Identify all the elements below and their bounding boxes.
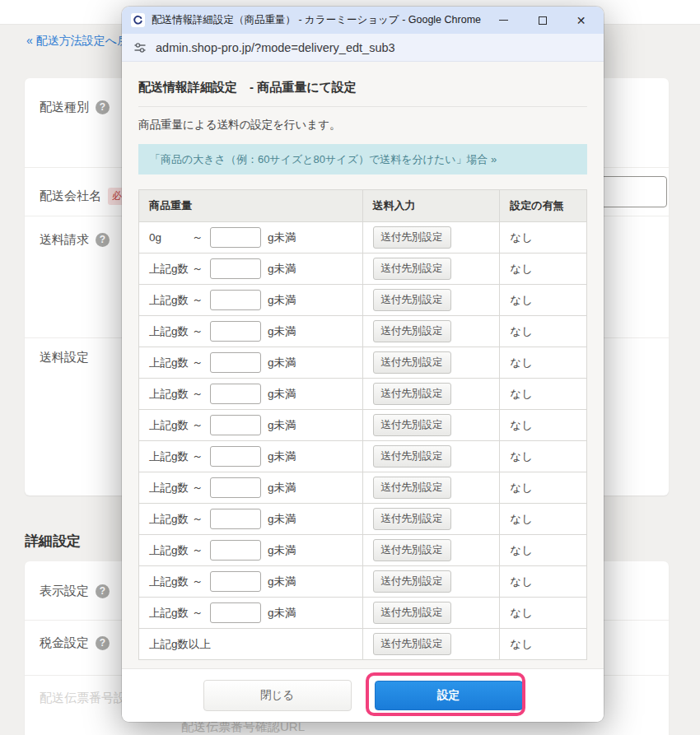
destination-settings-button[interactable]: 送付先別設定 bbox=[373, 320, 451, 342]
minimize-button[interactable] bbox=[484, 7, 523, 34]
destination-settings-button[interactable]: 送付先別設定 bbox=[373, 477, 451, 499]
unit-suffix: g未満 bbox=[268, 606, 296, 621]
unit-suffix: g未満 bbox=[268, 230, 296, 245]
maximize-button[interactable] bbox=[523, 7, 562, 34]
field-label-text: 表示設定 bbox=[40, 584, 89, 599]
field-label-text: 税金設定 bbox=[40, 635, 89, 651]
carrier-name-input[interactable] bbox=[598, 176, 667, 207]
status-text: なし bbox=[510, 231, 533, 244]
unit-suffix: g未満 bbox=[268, 481, 296, 495]
weight-max-input[interactable] bbox=[210, 602, 261, 623]
weight-range-start: 上記g数 bbox=[149, 449, 192, 464]
help-icon[interactable]: ? bbox=[96, 100, 110, 114]
close-window-button[interactable]: ✕ bbox=[562, 7, 600, 34]
destination-settings-button[interactable]: 送付先別設定 bbox=[373, 445, 451, 468]
popup-content: 配送情報詳細設定 - 商品重量にて設定 商品重量による送料の設定を行います。 「… bbox=[122, 62, 604, 722]
weight-max-input[interactable] bbox=[210, 321, 261, 342]
weight-range-inputs: ～ g未満 bbox=[192, 540, 296, 561]
tilde-text: ～ bbox=[192, 481, 210, 495]
help-icon[interactable]: ? bbox=[96, 636, 110, 650]
destination-settings-button[interactable]: 送付先別設定 bbox=[373, 633, 451, 655]
window-title: 配送情報詳細設定（商品重量） - カラーミーショップ - Google Chro… bbox=[152, 13, 484, 27]
status-text: なし bbox=[510, 294, 533, 306]
table-row: 上記g数 ～ g未満 送付先別設定 なし bbox=[139, 410, 587, 441]
tilde-text: ～ bbox=[192, 606, 210, 621]
unit-suffix: g未満 bbox=[268, 324, 296, 339]
weight-range-inputs: ～ g未満 bbox=[192, 227, 296, 248]
weight-max-input[interactable] bbox=[210, 446, 261, 467]
tilde-text: ～ bbox=[192, 324, 210, 339]
unit-suffix: g未満 bbox=[268, 543, 296, 558]
popup-heading: 配送情報詳細設定 - 商品重量にて設定 bbox=[138, 62, 587, 107]
weight-range-inputs: ～ g未満 bbox=[192, 446, 296, 467]
destination-settings-button[interactable]: 送付先別設定 bbox=[373, 570, 451, 593]
weight-max-input[interactable] bbox=[210, 571, 261, 592]
weight-range-inputs: ～ g未満 bbox=[192, 258, 296, 279]
weight-range-inputs: ～ g未満 bbox=[192, 290, 296, 310]
help-icon[interactable]: ? bbox=[96, 233, 110, 247]
field-label-display-settings: 表示設定 ? bbox=[40, 584, 110, 599]
close-button[interactable]: 閉じる bbox=[203, 680, 352, 711]
tilde-text: ～ bbox=[192, 230, 210, 245]
size-based-shipping-link[interactable]: 「商品の大きさ（例：60サイズと80サイズ）で送料を分けたい」場合 » bbox=[138, 144, 587, 174]
unit-suffix: g未満 bbox=[268, 418, 296, 433]
table-row: 上記g数 ～ g未満 送付先別設定 なし bbox=[139, 379, 587, 410]
unit-suffix: g未満 bbox=[268, 512, 296, 527]
url-text[interactable]: admin.shop-pro.jp/?mode=delivery_edt_sub… bbox=[156, 41, 395, 54]
site-settings-icon[interactable] bbox=[133, 41, 147, 54]
tilde-text: ～ bbox=[192, 512, 210, 527]
tilde-text: ～ bbox=[192, 262, 210, 277]
field-label-text: 配送会社名 bbox=[40, 188, 101, 204]
tilde-text: ～ bbox=[192, 293, 210, 308]
weight-max-input[interactable] bbox=[210, 290, 261, 310]
weight-max-input[interactable] bbox=[210, 227, 261, 248]
weight-range-inputs: ～ g未満 bbox=[192, 352, 296, 373]
weight-max-input[interactable] bbox=[210, 477, 261, 498]
status-text: なし bbox=[510, 575, 533, 588]
status-text: なし bbox=[510, 544, 533, 556]
weight-max-input[interactable] bbox=[210, 540, 261, 561]
weight-max-input[interactable] bbox=[210, 509, 261, 529]
destination-settings-button[interactable]: 送付先別設定 bbox=[373, 602, 451, 624]
destination-settings-button[interactable]: 送付先別設定 bbox=[373, 539, 451, 561]
weight-range-inputs: ～ g未満 bbox=[192, 571, 296, 592]
table-row: 上記g数 ～ g未満 送付先別設定 なし bbox=[139, 566, 587, 598]
status-text: なし bbox=[510, 325, 533, 337]
weight-max-input[interactable] bbox=[210, 352, 261, 373]
weight-range-start: 0g bbox=[149, 231, 192, 244]
weight-range-start: 上記g数 bbox=[149, 575, 192, 589]
weight-range-start: 上記g数 bbox=[149, 324, 192, 339]
field-label-tax-settings: 税金設定 ? bbox=[40, 635, 110, 651]
weight-range-start: 上記g数 bbox=[149, 262, 192, 277]
popup-description: 商品重量による送料の設定を行います。 bbox=[138, 118, 587, 133]
weight-max-input[interactable] bbox=[210, 415, 261, 435]
unit-suffix: g未満 bbox=[268, 293, 296, 308]
status-text: なし bbox=[510, 450, 533, 463]
destination-settings-button[interactable]: 送付先別設定 bbox=[373, 226, 451, 249]
table-row: 上記g数以上 送付先別設定 なし bbox=[139, 629, 587, 660]
destination-settings-button[interactable]: 送付先別設定 bbox=[373, 414, 451, 436]
unit-suffix: g未満 bbox=[268, 262, 296, 277]
address-bar[interactable]: admin.shop-pro.jp/?mode=delivery_edt_sub… bbox=[122, 34, 604, 62]
table-row: 上記g数 ～ g未満 送付先別設定 なし bbox=[139, 254, 587, 285]
destination-settings-button[interactable]: 送付先別設定 bbox=[373, 289, 451, 311]
table-row: 上記g数 ～ g未満 送付先別設定 なし bbox=[139, 504, 587, 535]
unit-suffix: g未満 bbox=[268, 449, 296, 464]
weight-range-inputs: ～ g未満 bbox=[192, 602, 296, 623]
submit-settings-button[interactable]: 設定 bbox=[375, 681, 523, 710]
weight-range-start: 上記g数 bbox=[149, 543, 192, 558]
destination-settings-button[interactable]: 送付先別設定 bbox=[373, 351, 451, 374]
destination-settings-button[interactable]: 送付先別設定 bbox=[373, 383, 451, 405]
destination-settings-button[interactable]: 送付先別設定 bbox=[373, 258, 451, 280]
section-heading-advanced: 詳細設定 bbox=[25, 532, 81, 551]
maximize-icon bbox=[539, 16, 547, 25]
status-text: なし bbox=[510, 263, 533, 275]
table-row: 上記g数 ～ g未満 送付先別設定 なし bbox=[139, 472, 587, 504]
destination-settings-button[interactable]: 送付先別設定 bbox=[373, 508, 451, 530]
weight-max-input[interactable] bbox=[210, 258, 261, 279]
field-label-fee-settings: 送料設定 bbox=[40, 350, 89, 365]
weight-range-start: 上記g数 bbox=[149, 481, 192, 495]
weight-max-input[interactable] bbox=[210, 384, 261, 404]
help-icon[interactable]: ? bbox=[96, 584, 110, 598]
popup-window: 配送情報詳細設定（商品重量） - カラーミーショップ - Google Chro… bbox=[122, 7, 604, 722]
